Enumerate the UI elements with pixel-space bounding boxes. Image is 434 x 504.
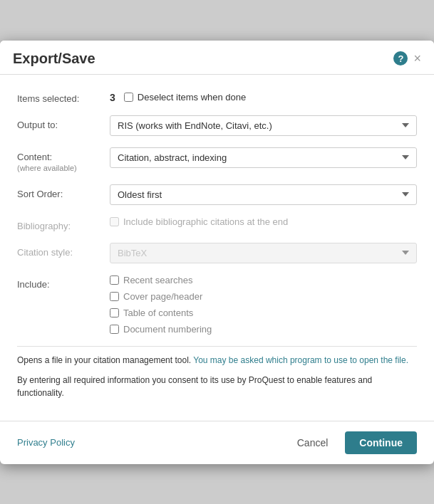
- include-control: Recent searches Cover page/header Table …: [110, 275, 417, 335]
- info-text-1: Opens a file in your citation management…: [17, 354, 417, 367]
- content-control: Citation, abstract, indexing Citation on…: [110, 147, 417, 168]
- info-text-2: By entering all required information you…: [17, 374, 417, 399]
- include-checkboxes-group: Recent searches Cover page/header Table …: [110, 275, 417, 335]
- include-cover-page: Cover page/header: [110, 291, 417, 302]
- bibliography-checkbox-row: Include bibliographic citations at the e…: [110, 216, 417, 227]
- close-icon[interactable]: ×: [413, 52, 421, 65]
- include-toc-label[interactable]: Table of contents: [123, 308, 193, 318]
- sort-select[interactable]: Oldest first Newest first Relevance: [110, 184, 417, 205]
- cancel-button[interactable]: Cancel: [287, 431, 339, 454]
- output-row: Output to: RIS (works with EndNote, Cita…: [17, 115, 417, 136]
- help-icon[interactable]: ?: [393, 51, 408, 65]
- include-row: Include: Recent searches Cover page/head…: [17, 275, 417, 335]
- items-selected-label: Items selected:: [17, 89, 110, 104]
- items-selected-row: Items selected: 3 Deselect items when do…: [17, 89, 417, 104]
- content-row: Content: (where available) Citation, abs…: [17, 147, 417, 173]
- include-toc: Table of contents: [110, 308, 417, 318]
- items-selected-value: 3: [110, 89, 115, 103]
- content-label: Content: (where available): [17, 147, 110, 173]
- bibliography-checkbox-label[interactable]: Include bibliographic citations at the e…: [123, 216, 288, 227]
- bibliography-control: Include bibliographic citations at the e…: [110, 216, 417, 227]
- deselect-checkbox[interactable]: [124, 93, 133, 102]
- include-doc-numbering: Document numbering: [110, 324, 417, 335]
- modal-footer: Privacy Policy Cancel Continue: [0, 421, 434, 464]
- bibliography-checkbox[interactable]: [110, 217, 119, 226]
- deselect-label[interactable]: Deselect items when done: [138, 92, 246, 103]
- continue-button[interactable]: Continue: [345, 431, 417, 454]
- include-toc-checkbox[interactable]: [110, 308, 119, 317]
- info-text-1-link[interactable]: You may be asked which program to use to…: [193, 355, 408, 365]
- footer-buttons: Cancel Continue: [287, 431, 417, 454]
- citation-style-row: Citation style: BibTeX APA MLA: [17, 243, 417, 263]
- header-icons: ? ×: [393, 51, 421, 65]
- citation-style-select[interactable]: BibTeX APA MLA: [110, 243, 417, 263]
- output-label: Output to:: [17, 115, 110, 130]
- citation-style-label: Citation style:: [17, 243, 110, 258]
- export-save-modal: Export/Save ? × Items selected: 3 Desele…: [0, 41, 434, 464]
- divider: [17, 346, 417, 347]
- deselect-checkbox-row: Deselect items when done: [124, 89, 246, 103]
- privacy-policy-link[interactable]: Privacy Policy: [17, 437, 75, 448]
- include-recent-searches: Recent searches: [110, 275, 417, 285]
- sort-control: Oldest first Newest first Relevance: [110, 184, 417, 205]
- include-doc-numbering-label[interactable]: Document numbering: [123, 324, 212, 335]
- modal-title: Export/Save: [13, 51, 95, 67]
- modal-header: Export/Save ? ×: [0, 41, 434, 75]
- include-label: Include:: [17, 275, 110, 290]
- include-recent-searches-checkbox[interactable]: [110, 275, 119, 285]
- info-text-1-before: Opens a file in your citation management…: [17, 355, 193, 365]
- bibliography-label: Bibliography:: [17, 216, 110, 231]
- output-select[interactable]: RIS (works with EndNote, Citavi, etc.) C…: [110, 115, 417, 136]
- modal-body: Items selected: 3 Deselect items when do…: [0, 75, 434, 421]
- include-recent-searches-label[interactable]: Recent searches: [123, 275, 193, 285]
- include-doc-numbering-checkbox[interactable]: [110, 325, 119, 334]
- bibliography-row: Bibliography: Include bibliographic cita…: [17, 216, 417, 231]
- items-selected-wrap: 3 Deselect items when done: [110, 89, 246, 103]
- include-cover-page-label[interactable]: Cover page/header: [123, 291, 202, 302]
- content-select[interactable]: Citation, abstract, indexing Citation on…: [110, 147, 417, 168]
- include-cover-page-checkbox[interactable]: [110, 292, 119, 301]
- sort-label: Sort Order:: [17, 184, 110, 199]
- output-control: RIS (works with EndNote, Citavi, etc.) C…: [110, 115, 417, 136]
- citation-style-control: BibTeX APA MLA: [110, 243, 417, 263]
- sort-order-row: Sort Order: Oldest first Newest first Re…: [17, 184, 417, 205]
